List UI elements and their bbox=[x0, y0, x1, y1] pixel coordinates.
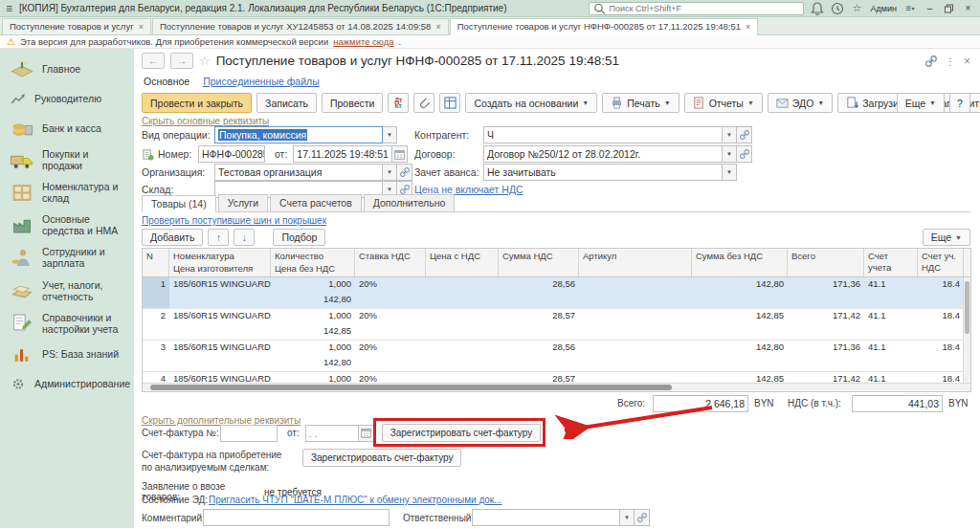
check-tires-link-text[interactable]: Проверить поступившие шин и покрышек bbox=[142, 215, 326, 226]
parts-tab[interactable]: Услуги bbox=[218, 194, 268, 211]
parts-tab[interactable]: Дополнительно bbox=[364, 194, 456, 211]
spreadsheet-button[interactable] bbox=[439, 93, 460, 113]
sidebar-item-4[interactable]: Покупки и продажи bbox=[0, 143, 134, 176]
sidebar-item-9[interactable]: Справочники и настройки учета bbox=[0, 307, 134, 340]
add-row-button[interactable]: Добавить bbox=[142, 229, 203, 246]
reports-button[interactable]: Отчеты▼ bbox=[684, 93, 763, 113]
table-row[interactable]: 3185/60R15 WINGUARD I...1,00020%28,56142… bbox=[143, 341, 970, 372]
column-header[interactable]: Счет учета bbox=[864, 249, 918, 276]
date-field[interactable]: 17.11.2025 19:48:51 bbox=[293, 145, 392, 163]
print-button[interactable]: Печать▼ bbox=[602, 93, 679, 113]
goods-more-button[interactable]: Еще▼ bbox=[923, 229, 970, 246]
contractor-field[interactable]: Ч bbox=[483, 126, 723, 143]
invoice-date-calendar-button[interactable] bbox=[359, 425, 374, 442]
contract-open-button[interactable] bbox=[737, 145, 752, 163]
search-input[interactable] bbox=[609, 4, 798, 13]
organization-field[interactable]: Тестовая организация bbox=[214, 164, 383, 181]
main-menu-icon[interactable]: ≡ bbox=[6, 2, 12, 15]
tab-close-icon[interactable]: × bbox=[435, 22, 440, 32]
tab-close-icon[interactable]: × bbox=[139, 22, 144, 32]
edo-button[interactable]: ЭДО▼ bbox=[768, 93, 833, 113]
contract-field[interactable]: Договор №250/12 от 28.02.2012г. bbox=[483, 145, 723, 163]
ed-state-link[interactable]: Пригласить ЧТУП "ШАТЕ-М ПЛЮС" к обмену э… bbox=[209, 495, 502, 505]
restore-button[interactable] bbox=[943, 4, 955, 13]
service-menu-icon[interactable]: ≡▾ bbox=[903, 2, 917, 15]
help-button[interactable]: ? bbox=[949, 93, 970, 113]
attachments-button[interactable] bbox=[413, 93, 434, 113]
column-header[interactable]: КоличествоЦена без НДС bbox=[271, 249, 355, 276]
notifications-bell-icon[interactable] bbox=[811, 2, 824, 15]
column-header[interactable]: Всего bbox=[788, 249, 864, 276]
column-header[interactable]: Сумма без НДС bbox=[692, 249, 788, 276]
post-and-close-button[interactable]: Провести и закрыть bbox=[142, 93, 252, 113]
vertical-scrollbar[interactable] bbox=[963, 277, 970, 383]
invoice-date-field[interactable]: . . bbox=[305, 425, 359, 442]
sidebar-item-10[interactable]: PS: База знаний bbox=[0, 340, 134, 369]
organization-dropdown[interactable]: ▼ bbox=[383, 164, 397, 181]
pick-button[interactable]: Подбор bbox=[273, 229, 325, 246]
date-calendar-button[interactable] bbox=[392, 145, 408, 163]
nav-attached-files[interactable]: Присоединенные файлы bbox=[203, 76, 320, 87]
sidebar-item-5[interactable]: Номенклатура и склад bbox=[0, 176, 134, 209]
organization-open-button[interactable] bbox=[397, 164, 412, 181]
comment-field[interactable] bbox=[203, 509, 390, 526]
nav-main[interactable]: Основное bbox=[144, 76, 189, 87]
parts-tab[interactable]: Счета расчетов bbox=[270, 194, 362, 211]
sidebar-item-8[interactable]: Учет, налоги, отчетность bbox=[0, 275, 134, 307]
favorites-star-icon[interactable]: ☆ bbox=[851, 2, 864, 15]
contractor-dropdown[interactable]: ▼ bbox=[723, 126, 737, 143]
column-header[interactable]: N bbox=[143, 249, 169, 276]
favorite-star-icon[interactable]: ☆ bbox=[199, 54, 211, 68]
contract-dropdown[interactable]: ▼ bbox=[723, 145, 737, 163]
forward-button[interactable]: → bbox=[170, 53, 193, 69]
check-tires-link[interactable]: Проверить поступившие шин и покрышек bbox=[142, 215, 326, 226]
advance-field[interactable]: Не зачитывать bbox=[483, 164, 723, 181]
save-button[interactable]: Записать bbox=[256, 93, 317, 113]
close-window-button[interactable]: × bbox=[962, 3, 974, 13]
responsible-dropdown[interactable]: ▼ bbox=[620, 509, 635, 526]
global-search[interactable] bbox=[589, 2, 804, 15]
window-tab[interactable]: Поступление товаров и услуг НФНФ-000285 … bbox=[450, 18, 759, 35]
advance-dropdown[interactable]: ▼ bbox=[723, 164, 737, 181]
table-row[interactable]: 4185/60R15 WINGUARD I...1,00020%28,57142… bbox=[143, 372, 970, 383]
warning-link[interactable]: нажмите сюда bbox=[333, 36, 393, 47]
back-button[interactable]: ← bbox=[142, 53, 165, 69]
tab-close-icon[interactable]: × bbox=[746, 22, 750, 32]
more-button[interactable]: Еще▼ bbox=[897, 93, 945, 113]
column-header[interactable]: Артикул bbox=[579, 249, 692, 276]
current-user[interactable]: Админ bbox=[871, 4, 897, 13]
sidebar-item-3[interactable]: Банк и касса bbox=[0, 114, 134, 143]
operation-type-dropdown[interactable]: ▼ bbox=[383, 126, 397, 143]
sidebar-item-11[interactable]: Администрирование bbox=[0, 369, 134, 399]
hide-main-requisites-link[interactable]: Скрыть основные реквизиты bbox=[142, 116, 269, 126]
post-button[interactable]: Провести bbox=[322, 93, 383, 113]
column-header[interactable]: Цена с НДС bbox=[426, 249, 499, 276]
window-tab[interactable]: Поступление товаров и услуг ХУ1245853 от… bbox=[152, 18, 449, 34]
sidebar-item-2[interactable]: Руководителю bbox=[0, 84, 134, 114]
column-header[interactable]: НоменклатураЦена изготовителя bbox=[169, 249, 271, 276]
sidebar-item-6[interactable]: Основные средства и НМА bbox=[0, 209, 134, 241]
sidebar-item-7[interactable]: Сотрудники и зарплата bbox=[0, 241, 134, 274]
copy-link-icon[interactable] bbox=[925, 55, 937, 67]
create-based-on-button[interactable]: Создать на основании▼ bbox=[465, 93, 597, 113]
close-document-icon[interactable]: × bbox=[964, 55, 970, 68]
responsible-field[interactable] bbox=[472, 509, 620, 526]
horizontal-scrollbar[interactable] bbox=[143, 383, 970, 391]
contractor-open-button[interactable] bbox=[737, 126, 752, 143]
hscroll-thumb[interactable] bbox=[150, 385, 672, 390]
vscroll-thumb[interactable] bbox=[965, 281, 969, 334]
register-invoice-purchase-button[interactable]: Зарегистрировать счет-фактуру bbox=[302, 449, 461, 467]
move-up-button[interactable]: ↑ bbox=[208, 229, 229, 246]
move-down-button[interactable]: ↓ bbox=[234, 229, 255, 246]
parts-tab[interactable]: Товары (14) bbox=[142, 195, 216, 212]
table-row[interactable]: 1185/60R15 WINGUARD I...1,00020%28,56142… bbox=[143, 277, 970, 309]
history-clock-icon[interactable] bbox=[831, 2, 844, 15]
window-tab[interactable]: Поступление товаров и услуг× bbox=[2, 18, 151, 34]
invoice-number-field[interactable] bbox=[220, 425, 278, 442]
number-field[interactable]: НФНФ-000285 bbox=[198, 145, 265, 163]
dt-kt-button[interactable]: ДтКт bbox=[388, 93, 409, 113]
column-header[interactable]: Сумма НДС bbox=[499, 249, 579, 276]
column-header[interactable]: Счет уч. НДС bbox=[918, 249, 964, 276]
table-row[interactable]: 2185/60R15 WINGUARD I...1,00020%28,57142… bbox=[143, 309, 970, 341]
operation-type-field[interactable]: Покупка, комиссия bbox=[214, 126, 383, 143]
